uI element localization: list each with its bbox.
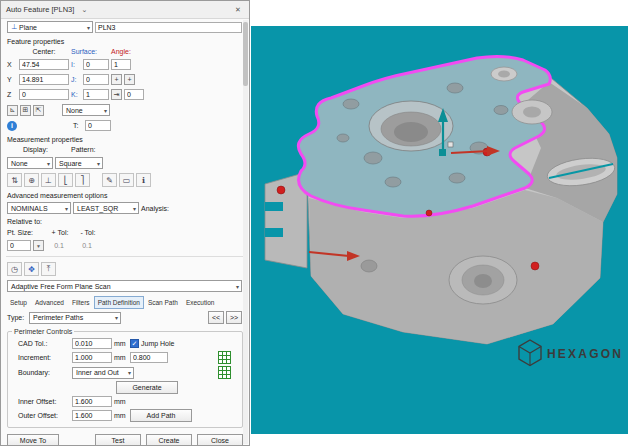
jump-hole-checkbox[interactable]: ✓ xyxy=(130,339,139,348)
tab-filters[interactable]: Filters xyxy=(68,296,94,309)
next-path-button[interactable]: >> xyxy=(226,311,242,324)
protrusion-notch xyxy=(265,228,283,237)
cad-scene[interactable]: HEXAGON xyxy=(251,26,628,434)
tab-execution[interactable]: Execution xyxy=(182,296,219,309)
scan-strategy-dropdown[interactable]: Adaptive Free Form Plane Scan ▾ xyxy=(7,280,242,292)
vector-perp-button[interactable]: ⊥ xyxy=(41,173,56,187)
display-dropdown[interactable]: None ▾ xyxy=(7,157,53,169)
angle-plus-button[interactable]: + xyxy=(124,74,135,85)
measurement-point-dot[interactable] xyxy=(277,186,285,194)
least-sqr-value: LEAST_SQR xyxy=(77,205,118,212)
hexagon-logo-text: HEXAGON xyxy=(547,347,623,361)
density-grid-icon[interactable] xyxy=(218,351,231,364)
test-button[interactable]: Test xyxy=(95,434,141,446)
points-sort-button[interactable]: ⇅ xyxy=(7,173,22,187)
boundary-grid-icon[interactable] xyxy=(218,366,231,379)
minus-tol-value: 0.1 xyxy=(74,242,100,249)
angle-input[interactable] xyxy=(111,59,131,70)
jog-move-button[interactable]: ✥ xyxy=(24,262,39,276)
increment-secondary-input[interactable] xyxy=(130,352,168,363)
perimeter-controls-group: Perimeter Controls CAD Tol.: mm ✓ Jump H… xyxy=(7,328,243,428)
edit-pencil-icon: ✎ xyxy=(106,176,113,185)
funnel-icon: ▼ xyxy=(36,243,41,249)
cad-tol-input[interactable] xyxy=(72,338,112,349)
measurement-point-dot[interactable] xyxy=(531,262,539,270)
i-input[interactable] xyxy=(83,59,109,70)
angle-point-button[interactable]: ⎤ xyxy=(75,173,90,187)
dialog-titlebar[interactable]: Auto Feature [PLN3] ⌄ ✕ xyxy=(1,1,249,19)
tab-path-definition[interactable]: Path Definition xyxy=(94,296,144,309)
plus-icon: + xyxy=(127,76,131,83)
k-label: K: xyxy=(71,91,81,98)
angle-secondary-input[interactable] xyxy=(124,89,144,100)
center-column-label: Center: xyxy=(19,48,69,55)
nominals-dropdown[interactable]: NOMINALS ▾ xyxy=(7,202,71,214)
vector-toggle-button-2[interactable]: ⊞ xyxy=(20,105,31,116)
pattern-dropdown[interactable]: Square ▾ xyxy=(55,157,103,169)
surface-column-label: Surface: xyxy=(71,48,109,55)
feature-properties-heading: Feature properties xyxy=(7,38,243,45)
j-input[interactable] xyxy=(83,74,109,85)
insert-move-button[interactable]: ⤒ xyxy=(41,262,56,276)
corner-plane-icon: ⇱ xyxy=(36,106,42,114)
chevron-down-icon: ⌄ xyxy=(81,6,87,14)
boundary-dropdown[interactable]: Inner and Out ▾ xyxy=(72,367,134,379)
cad-viewport[interactable]: HEXAGON xyxy=(251,26,628,434)
tab-setup[interactable]: Setup xyxy=(6,296,31,309)
angle-column-label: Angle: xyxy=(111,48,141,55)
scrollbar-thumb[interactable] xyxy=(243,22,248,86)
tab-advanced[interactable]: Advanced xyxy=(31,296,68,309)
increment-input[interactable] xyxy=(72,352,112,363)
create-button[interactable]: Create xyxy=(146,434,192,446)
prev-path-button[interactable]: << xyxy=(208,311,224,324)
edge-point-button[interactable]: ⎣ xyxy=(58,173,73,187)
box-select-icon: ▭ xyxy=(123,176,131,185)
flip-vector-button[interactable]: + xyxy=(111,74,122,85)
analysis-label: Analysis: xyxy=(141,205,169,212)
angle-plane-icon: ⊾ xyxy=(10,106,16,114)
target-point-button[interactable]: ⊕ xyxy=(24,173,39,187)
y-input[interactable] xyxy=(19,74,69,85)
close-button[interactable]: ✕ xyxy=(232,4,244,16)
cad-tol-unit: mm xyxy=(114,340,128,347)
vector-toggle-button-3[interactable]: ⇱ xyxy=(33,105,44,116)
part-model[interactable] xyxy=(265,56,617,344)
outer-offset-input[interactable] xyxy=(72,410,112,421)
history-button[interactable]: ◷ xyxy=(7,262,22,276)
t-input[interactable] xyxy=(85,120,111,131)
measurement-point-dot[interactable] xyxy=(426,210,432,216)
central-bore[interactable] xyxy=(369,101,453,151)
pt-size-input[interactable] xyxy=(7,240,31,251)
edit-pencil-button[interactable]: ✎ xyxy=(102,173,117,187)
t-label: T: xyxy=(73,122,83,129)
angle-point-icon: ⎤ xyxy=(81,176,85,185)
least-sqr-dropdown[interactable]: LEAST_SQR ▾ xyxy=(73,202,139,214)
x-input[interactable] xyxy=(19,59,69,70)
manipulator-handle-small[interactable] xyxy=(448,142,453,147)
collapse-button[interactable]: ⌄ xyxy=(78,4,90,16)
chevron-down-icon: ▾ xyxy=(65,205,68,212)
point-info-icon: ℹ xyxy=(142,176,145,185)
filter-dropper-button[interactable]: ▼ xyxy=(33,240,44,251)
generate-button[interactable]: Generate xyxy=(116,381,178,394)
dialog-scrollbar[interactable] xyxy=(243,20,248,444)
snap-vector-button[interactable]: ⇥ xyxy=(111,89,122,100)
manipulator-handle[interactable] xyxy=(439,149,446,156)
inner-offset-input[interactable] xyxy=(72,396,112,407)
box-select-button[interactable]: ▭ xyxy=(119,173,134,187)
tab-scan-path[interactable]: Scan Path xyxy=(144,296,182,309)
close-action-button[interactable]: Close xyxy=(197,434,243,446)
k-input[interactable] xyxy=(83,89,109,100)
info-icon[interactable]: i xyxy=(7,121,17,131)
measurement-properties-heading: Measurement properties xyxy=(7,136,243,143)
chevron-down-icon: ▾ xyxy=(128,369,131,376)
point-info-button[interactable]: ℹ xyxy=(136,173,151,187)
workplane-dropdown[interactable]: None ▾ xyxy=(62,104,110,116)
feature-name-input[interactable] xyxy=(95,22,242,33)
z-input[interactable] xyxy=(19,89,69,100)
move-to-button[interactable]: Move To xyxy=(7,434,59,446)
path-type-dropdown[interactable]: Perimeter Paths ▾ xyxy=(29,312,121,324)
vector-toggle-button-1[interactable]: ⊾ xyxy=(7,105,18,116)
feature-type-dropdown[interactable]: ⊥ Plane ▾ xyxy=(7,21,93,33)
add-path-button[interactable]: Add Path xyxy=(130,409,192,422)
